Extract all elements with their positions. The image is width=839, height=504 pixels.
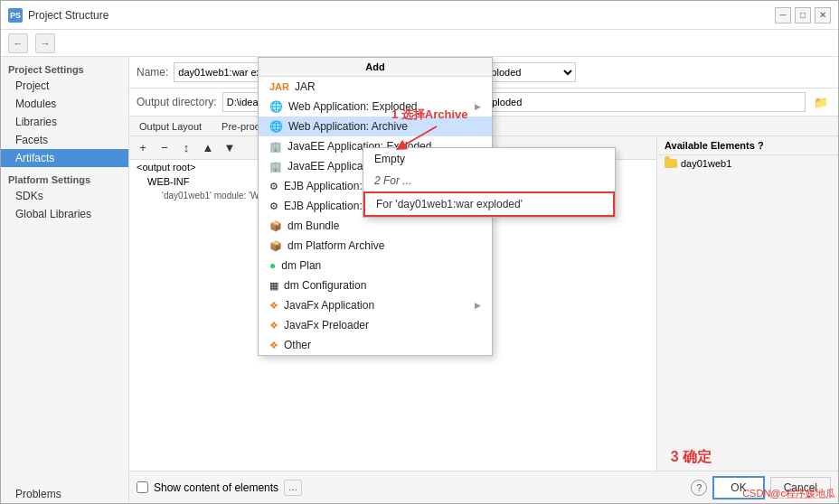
other-icon: ❖ [269, 340, 278, 351]
dropdown-item-dm-plan[interactable]: ● dm Plan [259, 256, 492, 275]
forward-button[interactable]: → [35, 33, 55, 53]
dropdown-header: Add [259, 58, 492, 77]
available-elements-label: Available Elements ? [657, 136, 838, 155]
javafx-preloader-icon: ❖ [269, 320, 278, 331]
remove-element-button[interactable]: − [155, 138, 174, 158]
web-exploded-icon: 🌐 [269, 100, 283, 113]
dropdown-item-dm-config[interactable]: ▦ dm Configuration [259, 275, 492, 295]
submenu-item-empty[interactable]: Empty [363, 148, 615, 170]
jar-icon: JAR [269, 81, 289, 92]
jee-archive-icon: 🏢 [269, 161, 282, 173]
add-submenu: Empty 2 For ... For 'day01web1:war explo… [363, 147, 616, 218]
sidebar-item-project[interactable]: Project [1, 77, 128, 95]
dm-config-icon: ▦ [269, 280, 278, 292]
close-button[interactable]: ✕ [815, 7, 831, 23]
dm-platform-icon: 📦 [269, 240, 282, 252]
folder-icon [665, 159, 677, 168]
sidebar: Project Settings Project Modules Librari… [1, 57, 129, 503]
action-buttons: ? OK Cancel [691, 476, 831, 499]
dir-browse-button[interactable]: 📁 [811, 92, 831, 112]
javafx-icon: ❖ [269, 300, 278, 312]
dropdown-item-dm-platform[interactable]: 📦 dm Platform Archive [259, 236, 492, 256]
sidebar-item-problems[interactable]: Problems [1, 485, 128, 503]
show-content-row: Show content of elements … [137, 480, 302, 496]
ejb-exploded-icon: ⚙ [269, 181, 278, 192]
elements-right: Available Elements ? day01web1 [657, 136, 838, 471]
dropdown-item-other[interactable]: ❖ Other [259, 335, 492, 355]
submenu-item-for[interactable]: 2 For ... [363, 170, 615, 191]
sidebar-item-libraries[interactable]: Libraries [1, 113, 128, 131]
dm-bundle-icon: 📦 [269, 220, 282, 232]
name-label: Name: [137, 66, 168, 79]
sidebar-item-facets[interactable]: Facets [1, 131, 128, 149]
title-bar: PS Project Structure ─ □ ✕ [1, 1, 838, 30]
back-button[interactable]: ← [8, 33, 28, 53]
up-element-button[interactable]: ▲ [198, 138, 218, 158]
sidebar-item-global-libraries[interactable]: Global Libraries [1, 205, 128, 223]
sidebar-item-sdks[interactable]: SDKs [1, 187, 128, 205]
sidebar-item-modules[interactable]: Modules [1, 95, 128, 113]
minimize-button[interactable]: ─ [775, 7, 791, 23]
content-area: Name: Type: 🌐 Web Application: Exploded … [129, 57, 838, 503]
nav-bar: ← → [1, 30, 838, 57]
sidebar-item-artifacts[interactable]: Artifacts [1, 149, 128, 167]
dropdown-item-dm-bundle[interactable]: 📦 dm Bundle [259, 216, 492, 236]
tab-output-layout[interactable]: Output Layout [129, 117, 212, 135]
cancel-button[interactable]: Cancel [770, 477, 831, 499]
add-element-button[interactable]: + [133, 138, 153, 158]
dropdown-item-jar[interactable]: JAR JAR [259, 77, 492, 97]
dropdown-item-javafx-preloader[interactable]: ❖ JavaFx Preloader [259, 315, 492, 335]
show-content-checkbox[interactable] [137, 481, 148, 493]
platform-settings-label: Platform Settings [1, 167, 128, 187]
down-element-button[interactable]: ▼ [220, 138, 240, 158]
window-controls: ─ □ ✕ [775, 7, 831, 23]
project-settings-label: Project Settings [1, 61, 128, 77]
dropdown-item-javafx-app[interactable]: ❖ JavaFx Application [259, 295, 492, 315]
dm-plan-icon: ● [269, 259, 276, 272]
dir-label: Output directory: [137, 96, 217, 108]
maximize-button[interactable]: □ [795, 7, 811, 23]
show-content-label: Show content of elements [154, 481, 278, 494]
window-title: Project Structure [28, 9, 108, 22]
dropdown-item-web-archive[interactable]: 🌐 Web Application: Archive [259, 117, 492, 136]
ejb-archive-icon: ⚙ [269, 201, 278, 212]
title-bar-left: PS Project Structure [8, 8, 108, 23]
submenu-item-for-war[interactable]: For 'day01web1:war exploded' [363, 191, 615, 217]
bottom-bar: Show content of elements … ? OK Cancel [129, 471, 838, 503]
window-icon: PS [8, 8, 23, 23]
show-content-dots-button[interactable]: … [284, 480, 302, 496]
available-element-day01[interactable]: day01web1 [657, 155, 838, 172]
sort-element-button[interactable]: ↕ [176, 138, 196, 158]
main-content: Project Settings Project Modules Librari… [1, 57, 838, 503]
jee-exploded-icon: 🏢 [269, 141, 282, 153]
help-button[interactable]: ? [691, 480, 707, 496]
dropdown-item-web-exploded[interactable]: 🌐 Web Application: Exploded [259, 97, 492, 117]
web-archive-icon: 🌐 [269, 120, 283, 133]
project-structure-window: PS Project Structure ─ □ ✕ ← → Project S… [0, 0, 839, 504]
ok-button[interactable]: OK [712, 476, 764, 499]
